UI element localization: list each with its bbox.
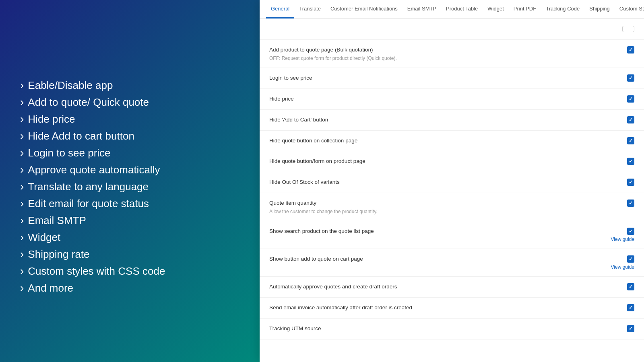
checkbox-1[interactable] xyxy=(627,74,634,82)
setting-label-8: Show search product on the quote list pa… xyxy=(269,228,605,235)
view-guide-9[interactable]: View guide xyxy=(611,264,635,270)
feature-item-11: Custom styles with CSS code xyxy=(20,265,239,278)
tab-customer-email-notifications[interactable]: Customer Email Notifications xyxy=(326,0,402,19)
left-panel: Eable/Disable appAdd to quote/ Quick quo… xyxy=(0,0,260,362)
setting-row-6: Hide Out Of Stock of variants xyxy=(260,172,644,193)
tab-email-smtp[interactable]: Email SMTP xyxy=(402,0,441,19)
checkbox-8[interactable] xyxy=(627,228,634,235)
checkbox-9[interactable] xyxy=(627,255,634,263)
feature-item-9: Widget xyxy=(20,231,239,244)
feature-item-0: Eable/Disable app xyxy=(20,79,239,92)
tab-custom-styles[interactable]: Custom Styles xyxy=(615,0,644,19)
tab-general[interactable]: General xyxy=(266,0,294,19)
feature-item-12: And more xyxy=(20,282,239,294)
setting-row-11: Send email invoice automatically after d… xyxy=(260,298,644,319)
feature-list: Eable/Disable appAdd to quote/ Quick quo… xyxy=(20,79,239,294)
setting-row-3: Hide 'Add to Cart' button xyxy=(260,110,644,131)
setting-label-6: Hide Out Of Stock of variants xyxy=(269,179,621,186)
setting-label-7: Quote item quantity xyxy=(269,200,621,207)
checkbox-11[interactable] xyxy=(627,304,634,311)
tab-tracking-code[interactable]: Tracking Code xyxy=(541,0,584,19)
tab-product-table[interactable]: Product Table xyxy=(441,0,483,19)
theme-editor-button[interactable] xyxy=(622,26,634,32)
feature-item-5: Approve quote automatically xyxy=(20,163,239,176)
tab-translate[interactable]: Translate xyxy=(294,0,326,19)
feature-item-2: Hide price xyxy=(20,113,239,125)
tab-shipping[interactable]: Shipping xyxy=(584,0,615,19)
checkbox-0[interactable] xyxy=(627,46,634,53)
setting-label-10: Automatically approve quotes and create … xyxy=(269,283,621,291)
tab-widget[interactable]: Widget xyxy=(483,0,508,19)
enable-app-row xyxy=(260,19,644,40)
feature-item-6: Translate to any language xyxy=(20,180,239,193)
checkbox-2[interactable] xyxy=(627,95,634,103)
checkbox-5[interactable] xyxy=(627,158,634,165)
setting-row-7: Quote item quantityAllow the customer to… xyxy=(260,193,644,221)
settings-content: Add product to quote page (Bulk quotatio… xyxy=(260,19,644,362)
setting-label-3: Hide 'Add to Cart' button xyxy=(269,116,621,124)
feature-item-3: Hide Add to cart button xyxy=(20,130,239,142)
view-guide-8[interactable]: View guide xyxy=(611,237,635,242)
checkbox-10[interactable] xyxy=(627,283,634,290)
setting-row-5: Hide quote button/form on product page xyxy=(260,151,644,172)
setting-label-0: Add product to quote page (Bulk quotatio… xyxy=(269,46,621,54)
setting-row-2: Hide price xyxy=(260,89,644,110)
feature-item-7: Edit email for quote status xyxy=(20,197,239,210)
setting-row-9: Show button add to quote on cart pageVie… xyxy=(260,249,644,277)
feature-item-4: Login to see price xyxy=(20,146,239,159)
setting-label-11: Send email invoice automatically after d… xyxy=(269,304,621,312)
checkbox-7[interactable] xyxy=(627,200,634,207)
tab-print-pdf[interactable]: Print PDF xyxy=(509,0,541,19)
setting-sub-7: Allow the customer to change the product… xyxy=(269,209,621,214)
checkbox-3[interactable] xyxy=(627,116,634,123)
setting-label-12: Tracking UTM source xyxy=(269,325,621,333)
checkbox-4[interactable] xyxy=(627,137,634,144)
setting-row-10: Automatically approve quotes and create … xyxy=(260,277,644,298)
setting-label-1: Login to see price xyxy=(269,74,621,82)
setting-label-9: Show button add to quote on cart page xyxy=(269,255,605,263)
feature-item-10: Shipping rate xyxy=(20,248,239,261)
setting-label-4: Hide quote button on collection page xyxy=(269,137,621,145)
setting-row-12: Tracking UTM source xyxy=(260,319,644,339)
setting-row-0: Add product to quote page (Bulk quotatio… xyxy=(260,40,644,68)
feature-item-1: Add to quote/ Quick quote xyxy=(20,96,239,109)
setting-row-1: Login to see price xyxy=(260,68,644,89)
setting-row-4: Hide quote button on collection page xyxy=(260,131,644,152)
checkbox-6[interactable] xyxy=(627,179,634,186)
setting-sub-0: OFF: Request quote form for product dire… xyxy=(269,56,621,61)
checkbox-12[interactable] xyxy=(627,325,634,332)
setting-label-5: Hide quote button/form on product page xyxy=(269,158,621,165)
feature-item-8: Email SMTP xyxy=(20,214,239,227)
tabs-bar: GeneralTranslateCustomer Email Notificat… xyxy=(260,0,644,19)
setting-label-2: Hide price xyxy=(269,95,621,103)
right-panel: GeneralTranslateCustomer Email Notificat… xyxy=(260,0,644,362)
setting-row-8: Show search product on the quote list pa… xyxy=(260,221,644,249)
